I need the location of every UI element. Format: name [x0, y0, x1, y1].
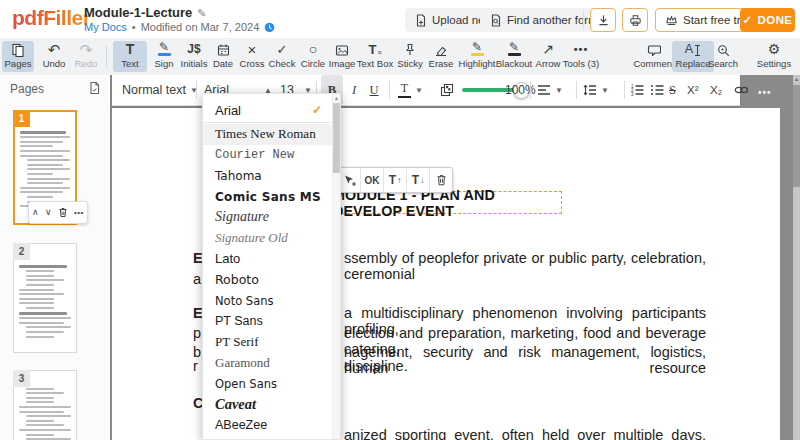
font-option-signature-old[interactable]: Signature Old [203, 228, 340, 249]
zoom-level: 100% [505, 75, 537, 105]
italic-button[interactable]: I [345, 75, 363, 105]
initials-icon: J$ [176, 41, 212, 57]
tool-text[interactable]: TText [113, 41, 147, 72]
tool-comment[interactable]: Comment [630, 41, 678, 72]
manage-pages-icon[interactable] [88, 81, 101, 95]
font-option-open-sans[interactable]: Open Sans [203, 373, 340, 394]
scroll-up-icon[interactable]: ▲ [333, 95, 340, 101]
increase-font-button[interactable]: T↑ [384, 168, 407, 192]
font-option-roboto[interactable]: Roboto [203, 269, 340, 290]
document-text[interactable]: a [193, 271, 201, 287]
font-option-pt-sans[interactable]: PT Sans [203, 311, 340, 332]
header-divider [583, 10, 584, 30]
pdffiller-logo: pdfFiller [12, 6, 90, 30]
pages-icon [2, 41, 34, 57]
font-option-garamond[interactable]: Garamond [203, 353, 340, 374]
format-divider [624, 81, 625, 99]
chevron-down-icon: ▼ [555, 86, 563, 95]
dropdown-scrollbar[interactable]: ▲ [332, 94, 340, 439]
move-page-up-icon[interactable]: ∧ [32, 208, 39, 217]
strikethrough-button[interactable]: S [669, 75, 685, 105]
ok-button[interactable]: OK [361, 168, 384, 192]
tool-undo[interactable]: ↶Undo [37, 41, 71, 72]
decrease-font-button[interactable]: T↓ [407, 168, 430, 192]
edit-title-icon[interactable]: ✎ [197, 7, 206, 19]
document-heading-field[interactable]: MODULE 1 - PLAN AND DEVELOP EVENT [332, 191, 562, 214]
font-option-courier-new[interactable]: Courier New [203, 145, 340, 166]
trash-icon [436, 174, 447, 186]
delete-page-icon[interactable] [58, 207, 68, 218]
font-option-arial[interactable]: Arial✓ [203, 100, 340, 121]
undo-icon: ↶ [37, 41, 71, 57]
document-text[interactable]: ssembly of peoplefor private or public p… [344, 250, 706, 282]
underline-button[interactable]: U [364, 75, 384, 105]
tool-sign[interactable]: ✎Sign [149, 41, 179, 72]
document-text[interactable]: r [193, 358, 198, 374]
document-text[interactable]: anized sporting event, often held over m… [344, 427, 706, 440]
align-select[interactable]: ▼ [537, 75, 571, 105]
page-number-badge: 3 [13, 370, 30, 387]
subscript-button[interactable]: X₂ [710, 75, 732, 105]
align-left-icon [537, 84, 551, 96]
page-thumbnail-2[interactable]: 2 [13, 243, 77, 353]
canvas-scrollbar[interactable]: ▲ [793, 75, 800, 440]
tool-initials[interactable]: J$Initials [176, 41, 212, 72]
format-divider [196, 81, 197, 99]
modified-date: Modified on Mar 7, 2024 [141, 21, 260, 33]
document-text[interactable]: discipline. [344, 358, 706, 374]
tool-pages[interactable]: Pages [2, 41, 34, 72]
tool-sticky[interactable]: Sticky [393, 41, 427, 72]
text-color-select[interactable]: T▼ [398, 75, 434, 105]
font-option-times-new-roman[interactable]: Times New Roman [203, 124, 340, 145]
document-text[interactable]: p [193, 325, 201, 341]
font-option-abeezee[interactable]: ABeeZee [203, 415, 340, 436]
print-button[interactable] [622, 8, 648, 32]
canvas-more-icon[interactable]: ••• [758, 87, 772, 98]
search-icon [703, 41, 743, 57]
delete-field-button[interactable] [430, 168, 452, 192]
pages-panel-title: Pages [10, 82, 44, 96]
superscript-button[interactable]: X² [687, 75, 709, 105]
bullet-list-button[interactable] [650, 75, 668, 105]
find-another-form-button[interactable]: Find another form [480, 8, 608, 32]
font-option-tahoma[interactable]: Tahoma [203, 165, 340, 186]
page-thumbnail-3[interactable]: 3 [13, 370, 77, 440]
chevron-down-icon: ▼ [601, 86, 609, 95]
format-divider [389, 81, 390, 99]
move-page-down-icon[interactable]: ∨ [45, 208, 52, 217]
font-option-caveat[interactable]: Caveat [203, 394, 340, 415]
background-color-button[interactable] [440, 75, 458, 105]
scrollbar-thumb[interactable] [333, 103, 340, 173]
tool-settings[interactable]: ⚙Settings [752, 41, 796, 72]
font-option-noto-sans[interactable]: Noto Sans [203, 290, 340, 311]
tool-search[interactable]: Search [703, 41, 743, 72]
my-docs-link[interactable]: My Docs [84, 21, 127, 33]
move-cursor-icon [343, 174, 356, 187]
pages-panel: Pages 1 ∧ ∨ ••• 2 3 [0, 75, 111, 440]
document-title: Module-1-Lecture✎ [84, 5, 207, 20]
tool-date[interactable]: Date [208, 41, 238, 72]
format-divider [530, 81, 531, 99]
font-option-signature[interactable]: Signature [203, 207, 340, 228]
scroll-up-icon[interactable]: ▲ [793, 76, 800, 82]
bullet-list-icon [650, 84, 664, 96]
move-field-button[interactable] [338, 168, 361, 192]
font-option-lato[interactable]: Lato [203, 249, 340, 270]
tool-tools[interactable]: •••Tools (3) [557, 41, 605, 72]
font-option-comic-sans-ms[interactable]: Comic Sans MS [203, 186, 340, 207]
ordered-list-button[interactable]: 123 [630, 75, 648, 105]
page-more-icon[interactable]: ••• [74, 209, 84, 217]
breadcrumb: My Docs • Modified on Mar 7, 2024 [84, 21, 275, 33]
tool-redo[interactable]: ↷Redo [69, 41, 103, 72]
font-option-pt-serif[interactable]: PT Serif [203, 332, 340, 353]
calendar-icon [208, 41, 238, 57]
tool-text-box[interactable]: T≡Text Box [352, 41, 398, 72]
tool-cross[interactable]: ×Cross [236, 41, 268, 72]
background-color-icon [440, 83, 454, 97]
done-button[interactable]: ✓ DONE [740, 8, 795, 32]
scrollbar-thumb[interactable] [793, 85, 800, 187]
tool-check[interactable]: ✓Check [265, 41, 299, 72]
download-button[interactable] [590, 8, 616, 32]
line-spacing-select[interactable]: ▼ [583, 75, 619, 105]
link-button[interactable] [734, 75, 754, 105]
